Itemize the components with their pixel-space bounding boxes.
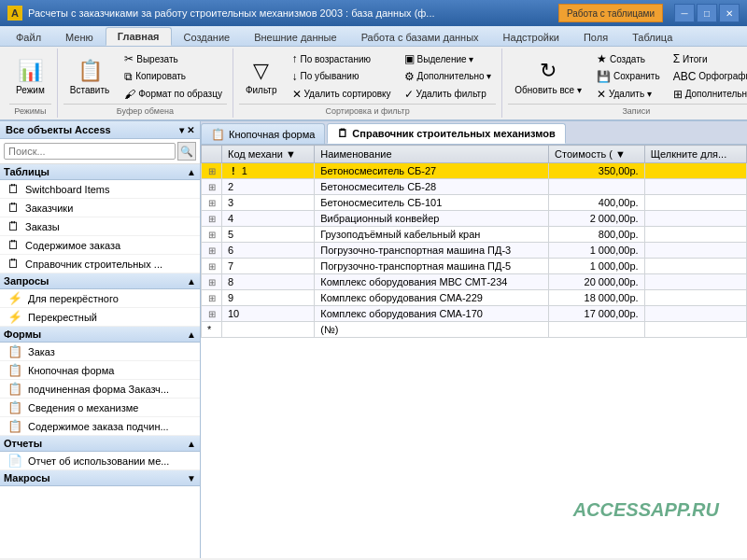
spelling-btn[interactable]: ABC Орфография [669,68,747,85]
sidebar-section-reports[interactable]: Отчеты ▲ [0,436,200,452]
expand-btn[interactable]: ⊞ [208,245,216,256]
format-painter-btn[interactable]: 🖌 Формат по образцу [120,86,227,103]
sidebar-item-customers[interactable]: 🗒 Заказчики [0,199,200,217]
selection-btn[interactable]: ▣ Выделение ▾ [400,50,497,67]
apply-filter-btn[interactable]: ✓ Удалить фильтр [400,86,497,103]
tab-menu[interactable]: Меню [53,28,106,46]
tab-external[interactable]: Внешние данные [242,28,348,46]
cell-cost: 18 000,00р. [549,290,645,306]
records-btns2: Σ Итоги ABC Орфография ⊞ Дополнительно ▾ [669,50,747,103]
cell-name: Вибрационный конвейер [315,211,549,227]
tab-fields[interactable]: Поля [571,28,620,46]
new-row-marker: * [202,322,222,338]
sidebar-header-arrow[interactable]: ▾ ✕ [179,125,194,135]
cell-extra [644,290,746,306]
macros-chevron: ▼ [187,473,196,483]
sidebar-item-form-mechanism[interactable]: 📋 Сведения о механизме [0,399,200,417]
delete-btn[interactable]: ✕ Удалить ▾ [592,86,665,103]
records-label: Записи [508,104,747,116]
totals-icon: Σ [673,52,680,65]
remove-sort-btn[interactable]: ✕ Удалить сортировку [288,86,396,103]
expand-btn[interactable]: ⊞ [208,166,216,176]
col-cost[interactable]: Стоимость ( ▼ [549,146,645,163]
table-row[interactable]: ⊞ 10 Комплекс оборудования СМА-170 17 00… [202,306,747,322]
col-kod[interactable]: Код механи ▼ [222,146,315,163]
table-row[interactable]: ⊞ 9 Комплекс оборудования СМА-229 18 000… [202,290,747,306]
table-row[interactable]: ⊞ 3 Бетоносмеситель СБ-101 400,00р. [202,195,747,211]
sidebar-item-order-contents[interactable]: 🗒 Содержимое заказа [0,236,200,255]
filter-icon: ▽ [253,59,269,83]
close-btn[interactable]: ✕ [719,4,740,22]
expand-btn[interactable]: ⊞ [208,198,216,208]
sidebar-item-form-subform[interactable]: 📋 подчиненная форма Заказч... [0,380,200,399]
sidebar-item-reference[interactable]: 🗒 Справочник строительных ... [0,255,200,273]
sidebar-item-form-ordercontents[interactable]: 📋 Содержимое заказа подчин... [0,417,200,436]
sort-desc-btn[interactable]: ↓ По убыванию [288,68,396,85]
paste-btn[interactable]: 📋 Вставить [63,50,116,103]
tab-database[interactable]: Работа с базами данных [349,28,491,46]
create-btn[interactable]: ★ Создать [592,50,665,67]
col-name[interactable]: Наименование [315,146,549,163]
cell-kod: 6 [222,243,315,259]
cell-kod: 2 [222,179,315,195]
filter-btn[interactable]: ▽ Фильтр [239,50,284,103]
sidebar-section-macros[interactable]: Макросы ▼ [0,470,200,486]
table-row[interactable]: ⊞ 5 Грузоподъёмный кабельный кран 800,00… [202,227,747,243]
cell-cost: 1 000,00р. [549,259,645,274]
sidebar-item-switchboard[interactable]: 🗒 Switchboard Items [0,180,200,199]
sidebar-item-orders[interactable]: 🗒 Заказы [0,217,200,236]
save-btn[interactable]: 💾 Сохранить [592,68,665,85]
cell-kod: 10 [222,306,315,322]
refresh-all-btn[interactable]: ↻ Обновить все ▾ [508,50,588,103]
tab-addins[interactable]: Надстройки [491,28,571,46]
selection-icon: ▣ [404,52,415,65]
search-btn[interactable]: 🔍 [177,142,196,161]
table-row[interactable]: ⊞ 2 Бетоносмеситель СБ-28 [202,179,747,195]
expand-btn[interactable]: ⊞ [208,309,216,319]
more-icon: ⊞ [673,88,683,101]
sidebar-item-query1[interactable]: ⚡ Для перекрёстного [0,289,200,308]
sidebar-item-form-switchboard[interactable]: 📋 Кнопочная форма [0,361,200,380]
doc-tab-reference[interactable]: 🗒 Справочник строительных механизмов [327,123,565,144]
expand-btn[interactable]: ⊞ [208,277,216,287]
sidebar-section-forms[interactable]: Формы ▲ [0,327,200,343]
sidebar-item-report1[interactable]: 📄 Отчет об использовании ме... [0,452,200,470]
sort-asc-btn[interactable]: ↑ По возрастанию [288,50,396,67]
sidebar-item-form-order[interactable]: 📋 Заказ [0,343,200,361]
doc-tab-switchboard[interactable]: 📋 Кнопочная форма [201,123,325,144]
table-row[interactable]: ⊞ 4 Вибрационный конвейер 2 000,00р. [202,211,747,227]
mode-btn[interactable]: 📊 Режим [9,50,51,103]
table-row[interactable]: ⊞ 6 Погрузочно-транспортная машина ПД-3 … [202,243,747,259]
table-new-row[interactable]: * (№) [202,322,747,338]
sidebar-section-tables[interactable]: Таблицы ▲ [0,164,200,180]
cut-icon: ✂ [124,52,134,65]
cell-extra [644,227,746,243]
table-row[interactable]: ⊞ ! 1 Бетоносмеситель СБ-27 350,00р. [202,163,747,179]
maximize-btn[interactable]: □ [697,4,717,22]
report-icon-1: 📄 [7,454,22,468]
remove-sort-icon: ✕ [292,88,302,101]
table-row[interactable]: ⊞ 7 Погрузочно-транспортная машина ПД-5 … [202,259,747,274]
expand-btn[interactable]: ⊞ [208,214,216,224]
advanced-btn[interactable]: ⚙ Дополнительно ▾ [400,68,497,85]
sidebar-section-queries[interactable]: Запросы ▲ [0,273,200,289]
work-tables-btn[interactable]: Работа с таблицами [558,4,663,22]
expand-btn[interactable]: ⊞ [208,230,216,240]
search-input[interactable] [4,143,176,160]
more-btn[interactable]: ⊞ Дополнительно ▾ [669,86,747,103]
totals-btn[interactable]: Σ Итоги [669,50,747,67]
tab-table[interactable]: Таблица [620,28,684,46]
tab-create[interactable]: Создание [172,28,243,46]
tab-home[interactable]: Главная [106,27,172,46]
tab-file[interactable]: Файл [4,28,53,46]
copy-btn[interactable]: ⧉ Копировать [120,68,227,85]
expand-btn[interactable]: ⊞ [208,182,216,192]
expand-btn[interactable]: ⊞ [208,293,216,303]
minimize-btn[interactable]: ─ [674,4,695,22]
expand-btn[interactable]: ⊞ [208,261,216,272]
cut-btn[interactable]: ✂ Вырезать [120,50,227,67]
expand-cell: ⊞ [202,227,222,243]
sidebar-item-query2[interactable]: ⚡ Перекрестный [0,308,200,327]
table-row[interactable]: ⊞ 8 Комплекс оборудования МВС СМТ-234 20… [202,274,747,290]
col-click: Щелкните для... [644,146,746,163]
